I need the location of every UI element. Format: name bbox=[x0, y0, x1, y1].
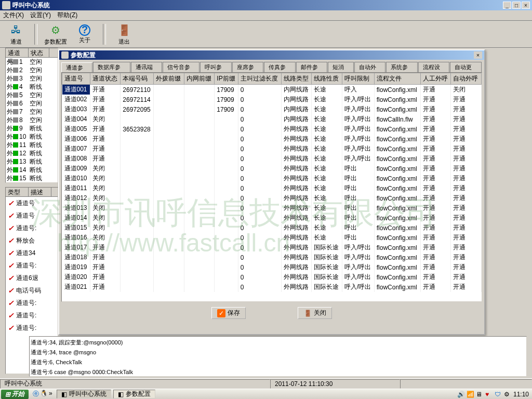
grid-row[interactable]: 通道012关闭0外网线路长途呼出flowConfig.xml开通开通 bbox=[62, 193, 482, 203]
tab-1[interactable]: 数据库参数 bbox=[93, 62, 130, 72]
tab-6[interactable]: 传真参数 bbox=[264, 62, 295, 72]
type-row[interactable]: ✓通道号 bbox=[6, 197, 58, 209]
channel-row[interactable]: 外14断线 bbox=[6, 166, 58, 174]
type-row[interactable]: ✓通道号 bbox=[6, 209, 58, 222]
grid-row[interactable]: 通道009关闭0外网线路长途呼出flowConfig.xml开通开通 bbox=[62, 164, 482, 174]
grid-header[interactable]: 本端号码 bbox=[121, 73, 154, 85]
channel-row[interactable]: 外6空闲 bbox=[6, 99, 58, 108]
qq-icon[interactable]: 🐧 bbox=[40, 390, 48, 398]
tab-8[interactable]: 短消息 bbox=[328, 62, 354, 72]
save-button[interactable]: ✓ 保存 bbox=[211, 307, 246, 319]
tab-11[interactable]: 流程设置 bbox=[418, 62, 449, 72]
channel-row[interactable]: 外5空闲 bbox=[6, 91, 58, 99]
dialog-title-bar[interactable]: 参数配置 × bbox=[59, 50, 484, 60]
type-row[interactable]: ✓通道号: bbox=[6, 322, 58, 334]
grid-row[interactable]: 通道002开通26972114179090内网线路长途呼入/呼出flowConf… bbox=[62, 95, 482, 104]
grid-row[interactable]: 通道017开通0外网线路国际长途呼入/呼出flowConfig.xml开通开通 bbox=[62, 243, 482, 252]
grid-row[interactable]: 通道010关闭0外网线路长途呼出flowConfig.xml开通开通 bbox=[62, 174, 482, 183]
type-row[interactable]: ✓通道号: bbox=[6, 222, 58, 234]
grid-row[interactable]: 通道015关闭0外网线路长途呼出flowConfig.xml开通开通 bbox=[62, 223, 482, 233]
grid-header[interactable]: 自动外呼 bbox=[451, 73, 482, 85]
tray-icon[interactable]: 🖥 bbox=[476, 391, 483, 398]
tray-icon[interactable]: ♥ bbox=[485, 391, 493, 398]
channel-row[interactable]: 外13断线 bbox=[6, 157, 58, 166]
grid-header[interactable]: 主叫过滤长度 bbox=[238, 73, 281, 85]
type-row[interactable]: ✓通道34 bbox=[6, 247, 58, 259]
type-row[interactable]: ✓电话号码 bbox=[6, 284, 58, 297]
tab-0[interactable]: 通道参数 bbox=[61, 62, 92, 73]
tray-icon[interactable]: 🔊 bbox=[457, 391, 464, 398]
grid-row[interactable]: 通道006开通0外网线路长途呼入/呼出flowConfig.xml开通开通 bbox=[62, 134, 482, 144]
grid-header[interactable]: 人工外呼 bbox=[420, 73, 450, 85]
channel-row[interactable]: 外2空闲 bbox=[6, 66, 58, 74]
channel-row[interactable]: 外3空闲 bbox=[6, 74, 58, 83]
channel-row[interactable]: 外10断线 bbox=[6, 132, 58, 141]
grid-row[interactable]: 通道001开通26972110179090内网线路长途呼入flowConfig.… bbox=[62, 85, 482, 95]
grid-row[interactable]: 通道011关闭0外网线路长途呼出flowConfig.xml开通开通 bbox=[62, 183, 482, 193]
tray-icon[interactable]: 📶 bbox=[467, 391, 474, 398]
grid-header[interactable]: 通道号 bbox=[62, 73, 90, 85]
maximize-button[interactable]: □ bbox=[512, 2, 521, 9]
task-item-main[interactable]: ◧ 呼叫中心系统 bbox=[57, 390, 111, 398]
type-row[interactable]: ✓释放会 bbox=[6, 234, 58, 247]
tray-icon[interactable]: ⚙ bbox=[504, 391, 511, 398]
channel-row[interactable]: 外1空闲 bbox=[6, 58, 58, 66]
menu-file[interactable]: 文件(X) bbox=[3, 11, 24, 20]
type-row[interactable]: ✓通道号: bbox=[6, 309, 58, 322]
grid-row[interactable]: 通道019开通0外网线路国际长途呼入/呼出flowConfig.xml开通开通 bbox=[62, 262, 482, 272]
grid-row[interactable]: 通道005开通365239280外网线路长途呼入/呼出flowConfig.xm… bbox=[62, 124, 482, 134]
col-channel-no[interactable]: 通道号 bbox=[6, 48, 29, 57]
channel-row[interactable]: 外8空闲 bbox=[6, 116, 58, 124]
col-desc[interactable]: 描述 bbox=[29, 188, 51, 196]
grid-header[interactable]: 线路性质 bbox=[312, 73, 342, 85]
close-dialog-button[interactable]: 🚪 关闭 bbox=[298, 307, 332, 319]
grid-row[interactable]: 通道013关闭0外网线路长途呼出flowConfig.xml开通开通 bbox=[62, 203, 482, 213]
grid-row[interactable]: 通道014关闭0外网线路长途呼出flowConfig.xml开通开通 bbox=[62, 213, 482, 223]
tab-4[interactable]: 呼叫参数 bbox=[200, 62, 231, 72]
grid-row[interactable]: 通道020开通0外网线路国际长途呼入/呼出flowConfig.xml开通开通 bbox=[62, 272, 482, 282]
type-row[interactable]: ✓通道号: bbox=[6, 297, 58, 309]
tool-exit[interactable]: 🚪 退出 bbox=[111, 22, 137, 47]
grid[interactable]: 通道号通道状态本端号码外拨前缀内网前缀IP前缀主叫过滤长度线路类型线路性质呼叫限… bbox=[61, 72, 482, 302]
tab-2[interactable]: 通讯端口 bbox=[131, 62, 162, 72]
grid-header[interactable]: IP前缀 bbox=[215, 73, 238, 85]
tab-9[interactable]: 自动外呼 bbox=[354, 62, 385, 72]
tab-12[interactable]: 自动更新 bbox=[450, 62, 481, 72]
type-row[interactable]: ✓通道号: bbox=[6, 259, 58, 272]
grid-header[interactable]: 流程文件 bbox=[374, 73, 420, 85]
grid-row[interactable]: 通道016关闭0外网线路长途呼出flowConfig.xml开通开通 bbox=[62, 233, 482, 243]
minimize-button[interactable]: _ bbox=[503, 2, 511, 9]
tab-5[interactable]: 座席参数 bbox=[232, 62, 263, 72]
grid-row[interactable]: 通道018开通0外网线路国际长途呼入/呼出flowConfig.xml开通开通 bbox=[62, 252, 482, 262]
tool-config[interactable]: ⚙ 参数配置 bbox=[43, 22, 69, 47]
grid-row[interactable]: 通道004关闭0内网线路长途呼入/呼出flowCallIn.flw开通开通 bbox=[62, 114, 482, 124]
col-type[interactable]: 类型 bbox=[6, 188, 29, 196]
tool-about[interactable]: ? 关于 bbox=[72, 22, 98, 47]
tray-clock[interactable]: 11:10 bbox=[513, 391, 529, 398]
channel-row[interactable]: 外7空闲 bbox=[6, 108, 58, 116]
grid-row[interactable]: 通道021开通0外网线路国际长途呼入/呼出flowConfig.xml开通开通 bbox=[62, 282, 482, 292]
grid-header[interactable]: 线路类型 bbox=[281, 73, 311, 85]
menu-help[interactable]: 帮助(Z) bbox=[57, 11, 77, 20]
tab-7[interactable]: 邮件参数 bbox=[296, 62, 327, 72]
dialog-close-button[interactable]: × bbox=[474, 51, 482, 59]
grid-header[interactable]: 内网前缀 bbox=[184, 73, 214, 85]
type-row[interactable]: ✓通道6退 bbox=[6, 272, 58, 284]
col-status[interactable]: 状态 bbox=[29, 48, 49, 57]
grid-header[interactable]: 呼叫限制 bbox=[342, 73, 374, 85]
ie-icon[interactable]: ⓔ bbox=[33, 390, 39, 398]
channel-row[interactable]: 外15断线 bbox=[6, 174, 58, 182]
desktop-icon[interactable]: » bbox=[49, 390, 52, 398]
tool-channel[interactable]: 🖧 通道 bbox=[3, 22, 29, 47]
grid-header[interactable]: 通道状态 bbox=[90, 73, 120, 85]
task-item-config[interactable]: ◧ 参数配置 bbox=[113, 390, 155, 398]
close-button[interactable]: × bbox=[522, 2, 530, 9]
channel-row[interactable]: 外4断线 bbox=[6, 83, 58, 91]
tab-10[interactable]: 系统参数 bbox=[386, 62, 417, 72]
tab-3[interactable]: 信号音参数 bbox=[163, 62, 200, 72]
channel-row[interactable]: 外9断线 bbox=[6, 124, 58, 132]
grid-header[interactable]: 外拨前缀 bbox=[154, 73, 184, 85]
grid-row[interactable]: 通道003开通26972095179090内网线路长途呼入/呼出flowConf… bbox=[62, 104, 482, 114]
tray-icon[interactable]: 🛡 bbox=[495, 391, 502, 398]
channel-row[interactable]: 外11断线 bbox=[6, 141, 58, 149]
